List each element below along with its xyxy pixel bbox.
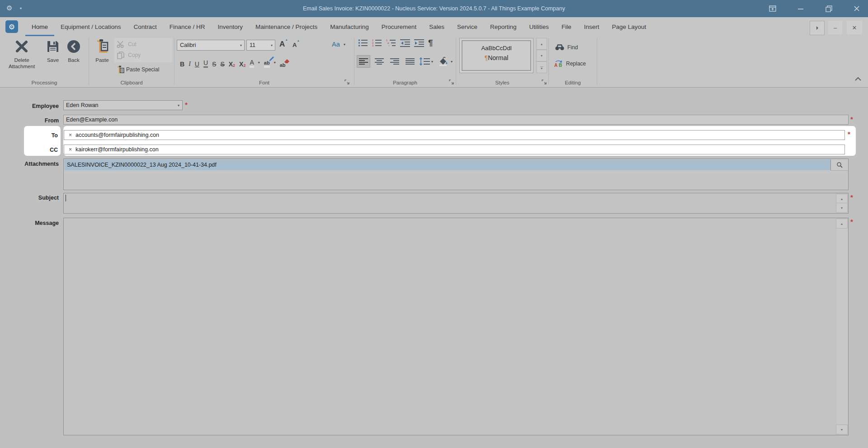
show-marks-button[interactable]: ¶ xyxy=(428,39,433,47)
save-button[interactable]: Save xyxy=(42,38,63,75)
tab-insert[interactable]: Insert xyxy=(578,17,606,36)
chevron-down-icon[interactable]: ▾ xyxy=(269,43,275,47)
align-center-button[interactable] xyxy=(373,56,386,67)
from-field[interactable]: Eden@Example.con xyxy=(63,115,849,125)
attachment-row-selected[interactable]: SALESINVOICE_KZIN0000022_13 Aug 2024_10-… xyxy=(64,159,833,170)
message-scrollbar-track[interactable] xyxy=(837,219,848,434)
dock-panel-icon[interactable] xyxy=(766,3,779,14)
from-value: Eden@Example.con xyxy=(64,117,118,123)
underline-button[interactable]: U xyxy=(195,57,199,68)
ribbon-close-button[interactable]: ✕ xyxy=(847,21,862,34)
ribbon-tab-row: ⚙ Home Equipment / Locations Contract Fi… xyxy=(0,17,868,36)
message-field[interactable]: ▴ ▾ xyxy=(63,218,849,435)
styles-scroll-up-button[interactable]: ▴ xyxy=(536,38,547,50)
superscript-button[interactable]: X2 xyxy=(229,57,235,68)
window-title: Email Sales Invoice: KZIN0000022 - Nucle… xyxy=(0,0,868,17)
change-case-button[interactable]: Aa ▾ xyxy=(332,40,352,51)
subject-scroll-down-button[interactable]: ▾ xyxy=(836,203,848,213)
grow-font-button[interactable]: A ▴ xyxy=(278,39,290,51)
font-size-combo[interactable]: 11 ▾ xyxy=(246,40,275,51)
chevron-down-icon[interactable]: ▾ xyxy=(178,103,182,107)
cc-field[interactable]: × kairokerr@formfairpublishing.con xyxy=(64,145,845,154)
tab-sales[interactable]: Sales xyxy=(423,17,451,36)
minimize-icon[interactable] xyxy=(794,3,807,14)
tab-reporting[interactable]: Reporting xyxy=(484,17,523,36)
delete-attachment-button[interactable]: Delete Attachment xyxy=(3,38,41,75)
find-button[interactable]: Find xyxy=(555,42,596,52)
paste-special-button[interactable]: Paste Special xyxy=(115,65,173,75)
shading-button[interactable]: ▾ xyxy=(438,56,457,67)
message-scroll-down-button[interactable]: ▾ xyxy=(836,425,848,434)
tab-equipment-locations[interactable]: Equipment / Locations xyxy=(54,17,127,36)
subject-scroll-up-button[interactable]: ▴ xyxy=(836,194,848,204)
multilevel-list-icon[interactable]: 1ai xyxy=(386,39,396,47)
subject-field[interactable]: ▴ ▾ xyxy=(63,193,849,214)
tab-procurement[interactable]: Procurement xyxy=(375,17,423,36)
tab-manufacturing[interactable]: Manufacturing xyxy=(324,17,375,36)
attachment-file-name: SALESINVOICE_KZIN0000022_13 Aug 2024_10-… xyxy=(67,162,217,168)
paste-button[interactable]: Paste xyxy=(92,38,113,75)
group-title-processing: Processing xyxy=(0,80,89,85)
styles-dialog-launcher[interactable] xyxy=(542,79,547,85)
tab-inventory[interactable]: Inventory xyxy=(211,17,249,36)
font-family-combo[interactable]: Calibri ▾ xyxy=(177,40,245,51)
paragraph-dialog-launcher[interactable] xyxy=(449,79,454,85)
increase-indent-icon[interactable] xyxy=(414,39,424,47)
justify-button[interactable] xyxy=(404,56,416,67)
font-dialog-launcher[interactable] xyxy=(344,79,350,85)
tab-contract[interactable]: Contract xyxy=(127,17,163,36)
group-styles: AaBbCcDdl ¶Normal ▴ ▾ —▾ Styles xyxy=(456,36,548,87)
ribbon-collapse-chevron-icon[interactable] xyxy=(854,77,862,81)
copy-pages-icon xyxy=(117,51,124,59)
tab-home[interactable]: Home xyxy=(25,17,54,36)
tab-page-layout[interactable]: Page Layout xyxy=(606,17,653,36)
employee-combo[interactable]: Eden Rowan ▾ xyxy=(63,100,183,110)
italic-button[interactable]: I xyxy=(189,57,191,68)
font-color-button[interactable]: A xyxy=(250,57,254,68)
bold-button[interactable]: B xyxy=(180,57,184,68)
shrink-font-button[interactable]: A ▴ xyxy=(291,40,302,51)
attachment-search-button[interactable] xyxy=(830,159,848,171)
style-item-normal[interactable]: AaBbCcDdl ¶Normal xyxy=(462,40,531,71)
svg-text:i: i xyxy=(389,44,389,47)
restore-icon[interactable] xyxy=(822,3,835,14)
tab-scroll-right-button[interactable] xyxy=(810,21,825,35)
highlight-button[interactable]: ab xyxy=(264,57,270,68)
align-left-button[interactable] xyxy=(357,55,370,68)
pencil-icon xyxy=(268,56,274,62)
bullet-list-icon[interactable] xyxy=(358,39,368,47)
ribbon-minimize-button[interactable]: – xyxy=(828,21,842,34)
chevron-down-icon: ▾ xyxy=(431,60,433,64)
numbered-list-icon[interactable]: 123 xyxy=(372,39,382,47)
style-name: Normal xyxy=(488,54,508,61)
line-spacing-button[interactable]: ▾ xyxy=(419,56,435,67)
back-button[interactable]: Back xyxy=(63,38,84,75)
tab-finance-hr[interactable]: Finance / HR xyxy=(163,17,212,36)
message-scroll-up-button[interactable]: ▴ xyxy=(836,219,848,229)
replace-button[interactable]: AB Replace xyxy=(554,59,597,69)
gear-icon: ⚙ xyxy=(9,23,15,31)
chevron-down-icon[interactable]: ▾ xyxy=(238,43,244,47)
chevron-down-icon[interactable]: ▾ xyxy=(258,61,260,65)
double-strikethrough-button[interactable]: S xyxy=(220,57,224,68)
tab-service[interactable]: Service xyxy=(451,17,484,36)
tab-utilities[interactable]: Utilities xyxy=(523,17,555,36)
to-field[interactable]: × accounts@formfairpublishing.con xyxy=(64,130,845,140)
double-underline-button[interactable]: U xyxy=(203,57,208,68)
subscript-button[interactable]: X2 xyxy=(239,57,245,68)
clear-formatting-button[interactable]: ab xyxy=(280,57,286,68)
strikethrough-button[interactable]: S xyxy=(212,57,216,68)
decrease-indent-icon[interactable] xyxy=(400,39,410,47)
app-menu-button[interactable]: ⚙ xyxy=(5,20,18,33)
styles-gallery-expand-button[interactable]: —▾ xyxy=(536,61,547,73)
employee-label: Employee xyxy=(0,103,59,109)
attachments-listbox[interactable]: SALESINVOICE_KZIN0000022_13 Aug 2024_10-… xyxy=(63,159,849,190)
styles-scroll-down-button[interactable]: ▾ xyxy=(536,50,547,61)
align-right-button[interactable] xyxy=(388,56,401,67)
remove-recipient-icon[interactable]: × xyxy=(64,132,75,138)
remove-recipient-icon[interactable]: × xyxy=(64,146,75,153)
group-title-clipboard: Clipboard xyxy=(89,80,174,85)
tab-file[interactable]: File xyxy=(555,17,578,36)
tab-maintenance-projects[interactable]: Maintenance / Projects xyxy=(249,17,324,36)
close-icon[interactable] xyxy=(850,3,863,14)
